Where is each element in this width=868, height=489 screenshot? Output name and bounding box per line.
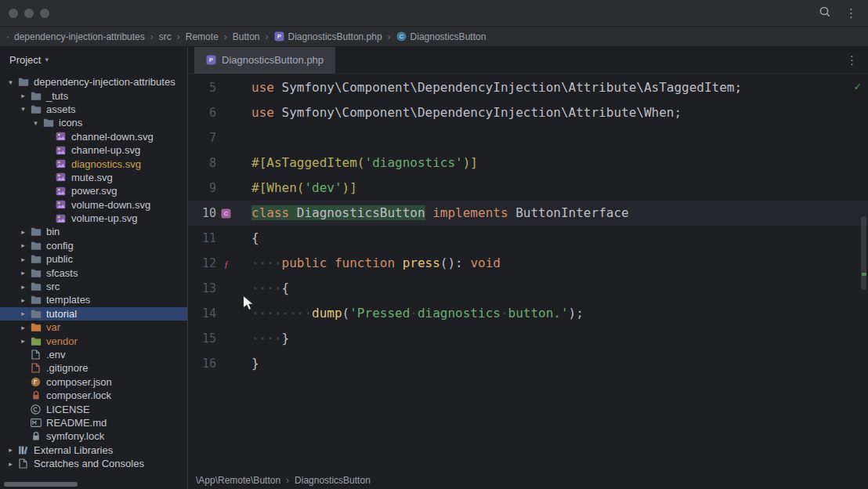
code-token: use: [251, 105, 282, 120]
main-menu-kebab-icon[interactable]: ⋮: [845, 7, 857, 19]
breadcrumb-item-src[interactable]: src: [159, 31, 172, 42]
chevron-down-icon[interactable]: ▾: [17, 105, 29, 113]
chevron-down-icon[interactable]: ▾: [5, 78, 16, 86]
tree-item-icons[interactable]: ▾icons: [0, 116, 187, 129]
class-gutter-icon[interactable]: C: [216, 208, 235, 219]
chevron-down-icon[interactable]: ▾: [45, 56, 49, 63]
chevron-right-icon[interactable]: ▸: [17, 337, 29, 345]
chevron-right-icon[interactable]: ▸: [5, 446, 16, 454]
method-icon[interactable]: f: [216, 259, 235, 269]
line-number[interactable]: 12: [188, 251, 216, 276]
code-line-11[interactable]: 11{: [188, 226, 868, 251]
tree-item-volume-up-svg[interactable]: volume-up.svg: [0, 212, 187, 225]
chevron-right-icon[interactable]: ▸: [17, 255, 29, 263]
navigation-breadcrumb-bar: · dependency-injection-attributes›src›Re…: [0, 27, 868, 47]
breadcrumb-item-dependency-injection-attributes[interactable]: dependency-injection-attributes: [14, 31, 145, 42]
markdown-file-icon: [29, 418, 42, 427]
chevron-right-icon[interactable]: ▸: [17, 324, 29, 331]
tree-item-gitignore[interactable]: .gitignore: [0, 361, 187, 375]
tree-item-templates[interactable]: ▸templates: [0, 293, 187, 306]
tree-item-vendor[interactable]: ▸vendor: [0, 334, 187, 347]
line-number[interactable]: 9: [188, 176, 216, 201]
code-line-6[interactable]: 6use Symfony\Component\DependencyInjecti…: [188, 100, 868, 125]
close-window-button[interactable]: [9, 9, 18, 18]
tree-item-external-libraries[interactable]: ▸External Libraries: [0, 444, 187, 457]
zoom-window-button[interactable]: [40, 9, 49, 18]
tree-item-label: composer.lock: [46, 389, 111, 401]
tab-diagnosticsbutton-php[interactable]: P DiagnosticsButton.php: [194, 47, 335, 74]
tab-options-kebab-icon[interactable]: ⋮: [846, 53, 858, 67]
code-line-10[interactable]: 10Cclass DiagnosticsButton implements Bu…: [188, 201, 868, 226]
editor-scrollbar-thumb[interactable]: [861, 216, 866, 290]
tree-item-var[interactable]: ▸var: [0, 321, 187, 334]
line-number[interactable]: 6: [188, 100, 216, 125]
editor-breadcrumb-item-app-remote-button[interactable]: \App\Remote\Button: [196, 475, 280, 486]
chevron-right-icon[interactable]: ▸: [17, 241, 29, 249]
tree-item-env[interactable]: .env: [0, 348, 187, 361]
inspections-check-icon[interactable]: ✓: [855, 80, 861, 92]
tree-item-mute-svg[interactable]: mute.svg: [0, 171, 187, 184]
tree-item-composer-json[interactable]: composer.json: [0, 375, 187, 389]
tree-item-src[interactable]: ▸src: [0, 280, 187, 293]
code-line-12[interactable]: 12f····public function press(): void: [188, 251, 868, 276]
line-number[interactable]: 14: [188, 301, 216, 326]
code-line-5[interactable]: 5use Symfony\Component\DependencyInjecti…: [188, 75, 868, 100]
chevron-right-icon[interactable]: ▸: [5, 460, 16, 468]
tree-item-diagnostics-svg[interactable]: diagnostics.svg: [0, 157, 187, 170]
code-line-text: ····public function press(): void: [251, 251, 501, 276]
breadcrumb-item-diagnosticsbutton-php[interactable]: DiagnosticsButton.php: [288, 31, 382, 42]
search-everywhere-icon[interactable]: [819, 5, 831, 21]
chevron-right-icon[interactable]: ▸: [17, 283, 29, 291]
tree-item-power-svg[interactable]: power.svg: [0, 184, 187, 197]
code-line-text: use Symfony\Component\DependencyInjectio…: [251, 100, 682, 125]
line-number[interactable]: 8: [188, 150, 216, 176]
code-line-8[interactable]: 8#[AsTaggedItem('diagnostics')]: [188, 150, 868, 176]
code-line-16[interactable]: 16}: [188, 351, 868, 376]
project-horizontal-scrollbar[interactable]: [4, 482, 78, 487]
tree-item-assets[interactable]: ▾assets: [0, 103, 187, 116]
breadcrumb-item-diagnosticsbutton[interactable]: DiagnosticsButton: [410, 31, 486, 42]
tree-item-channel-down-svg[interactable]: channel-down.svg: [0, 130, 187, 143]
line-number[interactable]: 15: [188, 326, 216, 351]
code-editor[interactable]: ✓ 5use Symfony\Component\DependencyInjec…: [188, 74, 868, 472]
tree-item-sfcasts[interactable]: ▸sfcasts: [0, 266, 187, 279]
tree-item-tuts[interactable]: ▸_tuts: [0, 89, 187, 102]
tree-item-tutorial[interactable]: ▸tutorial: [0, 307, 187, 321]
line-number[interactable]: 16: [188, 351, 216, 376]
chevron-right-icon[interactable]: ▸: [17, 92, 29, 100]
breadcrumb-item-button[interactable]: Button: [233, 31, 260, 42]
line-number[interactable]: 10: [188, 201, 216, 226]
tree-item-public[interactable]: ▸public: [0, 252, 187, 266]
project-panel-header[interactable]: Project ▾: [0, 47, 187, 72]
chevron-right-icon[interactable]: ▸: [17, 310, 29, 317]
chevron-down-icon[interactable]: ▾: [30, 119, 42, 127]
breadcrumb-item-remote[interactable]: Remote: [186, 31, 219, 42]
tree-item-config[interactable]: ▸config: [0, 239, 187, 252]
chevron-right-icon[interactable]: ▸: [17, 228, 29, 236]
folder-icon: [29, 268, 42, 278]
code-line-15[interactable]: 15····}: [188, 326, 868, 351]
line-number[interactable]: 7: [188, 125, 216, 150]
line-number[interactable]: 13: [188, 276, 216, 301]
titlebar-actions: ⋮: [819, 5, 868, 21]
tree-item-symfony-lock[interactable]: symfony.lock: [0, 429, 187, 443]
chevron-right-icon[interactable]: ▸: [17, 269, 29, 277]
tree-item-channel-up-svg[interactable]: channel-up.svg: [0, 143, 187, 157]
tree-item-dependency-injection-attributes[interactable]: ▾dependency-injection-attributes: [0, 75, 187, 89]
tree-item-readme-md[interactable]: README.md: [0, 416, 187, 429]
tree-item-license[interactable]: LICENSE: [0, 402, 187, 415]
tree-item-scratches-and-consoles[interactable]: ▸Scratches and Consoles: [0, 457, 187, 470]
line-number[interactable]: 5: [188, 75, 216, 100]
code-line-7[interactable]: 7: [188, 125, 868, 150]
code-line-14[interactable]: 14········dump('Pressed·diagnostics·butt…: [188, 301, 868, 326]
minimize-window-button[interactable]: [24, 9, 34, 18]
tree-item-bin[interactable]: ▸bin: [0, 225, 187, 238]
image-icon: [54, 132, 67, 141]
chevron-right-icon[interactable]: ▸: [17, 296, 29, 304]
tree-item-volume-down-svg[interactable]: volume-down.svg: [0, 198, 187, 212]
line-number[interactable]: 11: [188, 226, 216, 251]
code-line-13[interactable]: 13····{: [188, 276, 868, 301]
editor-breadcrumb-item-diagnosticsbutton[interactable]: DiagnosticsButton: [295, 475, 371, 486]
tree-item-composer-lock[interactable]: composer.lock: [0, 389, 187, 402]
code-line-9[interactable]: 9#[When('dev')]: [188, 176, 868, 201]
